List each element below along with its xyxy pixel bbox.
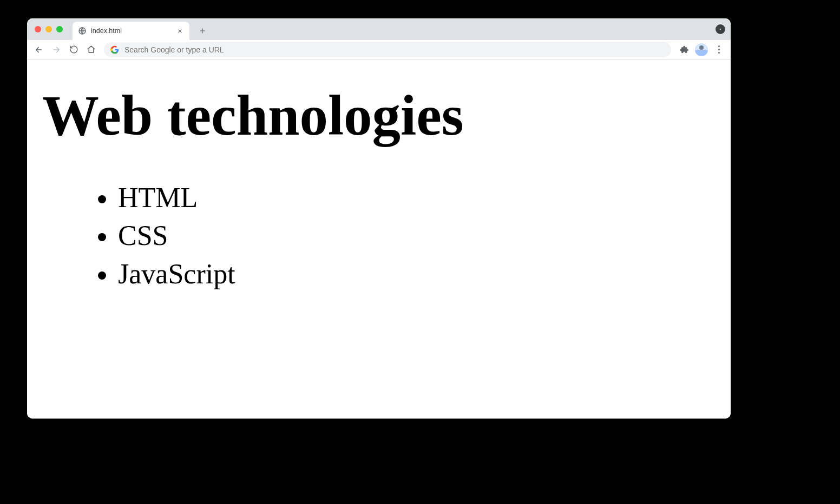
nav-back-button[interactable] xyxy=(31,42,47,57)
menu-button[interactable] xyxy=(711,42,726,57)
google-icon xyxy=(110,45,119,54)
window-minimize-button[interactable] xyxy=(45,26,52,32)
window-close-button[interactable] xyxy=(35,26,41,32)
page-heading: Web technologies xyxy=(42,86,716,145)
list-item: JavaScript xyxy=(118,256,716,293)
kebab-icon xyxy=(718,45,720,54)
browser-window: index.html xyxy=(27,18,731,419)
nav-forward-button[interactable] xyxy=(49,42,64,57)
new-tab-button[interactable] xyxy=(195,23,210,38)
extensions-button[interactable] xyxy=(677,42,692,57)
tab-title: index.html xyxy=(91,27,175,35)
globe-icon xyxy=(78,26,87,35)
profile-button[interactable] xyxy=(694,42,709,57)
reload-button[interactable] xyxy=(66,42,81,57)
toolbar xyxy=(27,40,731,59)
browser-tab[interactable]: index.html xyxy=(73,22,189,40)
address-bar[interactable] xyxy=(104,42,671,57)
tab-close-button[interactable] xyxy=(175,26,184,35)
window-maximize-button[interactable] xyxy=(56,26,63,32)
search-tabs-button[interactable] xyxy=(716,24,725,34)
page-viewport: Web technologies HTML CSS JavaScript xyxy=(27,59,731,419)
avatar-icon xyxy=(695,43,708,56)
technology-list: HTML CSS JavaScript xyxy=(92,180,716,292)
home-button[interactable] xyxy=(83,42,99,57)
window-controls xyxy=(35,26,63,32)
tab-bar: index.html xyxy=(27,18,731,40)
list-item: CSS xyxy=(118,217,716,254)
list-item: HTML xyxy=(118,180,716,216)
address-input[interactable] xyxy=(124,45,665,54)
